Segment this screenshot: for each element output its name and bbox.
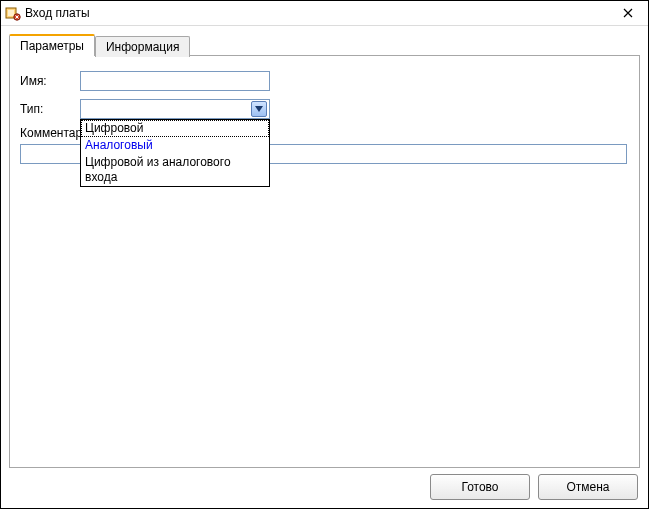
option-label: Цифровой из аналогового входа bbox=[85, 155, 231, 184]
type-select-display[interactable] bbox=[80, 99, 270, 119]
option-label: Аналоговый bbox=[85, 138, 153, 152]
chevron-down-icon[interactable] bbox=[251, 101, 267, 117]
tab-label: Параметры bbox=[20, 39, 84, 53]
tab-page-parameters: Имя: Тип: Цифровой bbox=[9, 55, 640, 468]
tabstrip: Параметры Информация bbox=[9, 34, 640, 56]
ok-button[interactable]: Готово bbox=[430, 474, 530, 500]
window-title: Вход платы bbox=[25, 6, 610, 20]
client-area: Параметры Информация Имя: Тип: bbox=[1, 26, 648, 508]
type-option-digital-from-analog[interactable]: Цифровой из аналогового входа bbox=[81, 154, 269, 186]
name-input[interactable] bbox=[80, 71, 270, 91]
close-button[interactable] bbox=[610, 2, 646, 24]
type-option-digital[interactable]: Цифровой bbox=[81, 120, 269, 137]
svg-rect-1 bbox=[8, 10, 14, 16]
row-type: Тип: Цифровой Аналоговый bbox=[20, 98, 629, 120]
type-label: Тип: bbox=[20, 102, 80, 116]
button-label: Отмена bbox=[566, 480, 609, 494]
tab-parameters[interactable]: Параметры bbox=[9, 34, 95, 56]
tab-information[interactable]: Информация bbox=[95, 36, 190, 57]
name-label: Имя: bbox=[20, 74, 80, 88]
cancel-button[interactable]: Отмена bbox=[538, 474, 638, 500]
tab-label: Информация bbox=[106, 40, 179, 54]
row-name: Имя: bbox=[20, 70, 629, 92]
close-icon bbox=[623, 8, 633, 18]
type-option-analog[interactable]: Аналоговый bbox=[81, 137, 269, 154]
button-label: Готово bbox=[461, 480, 498, 494]
dialog-buttons: Готово Отмена bbox=[430, 474, 638, 500]
titlebar: Вход платы bbox=[1, 1, 648, 26]
option-label: Цифровой bbox=[85, 121, 143, 135]
dialog-window: Вход платы Параметры Информация Имя: Тип… bbox=[0, 0, 649, 509]
board-input-icon bbox=[5, 5, 21, 21]
type-select[interactable]: Цифровой Аналоговый Цифровой из аналогов… bbox=[80, 99, 270, 119]
type-dropdown: Цифровой Аналоговый Цифровой из аналогов… bbox=[80, 119, 270, 187]
